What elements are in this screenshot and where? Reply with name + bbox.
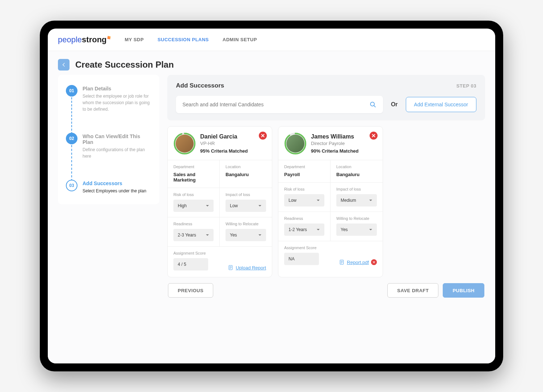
search-input[interactable]	[182, 102, 369, 107]
add-external-successor-button[interactable]: Add External Successor	[406, 97, 476, 112]
close-icon	[372, 134, 375, 137]
step-indicator: STEP 03	[456, 83, 476, 89]
field-label: Department	[284, 165, 324, 169]
avatar	[176, 135, 194, 153]
field-label: Readiness	[284, 216, 324, 221]
relocate-select[interactable]: Yes	[226, 229, 266, 241]
logo-accent-icon	[107, 36, 110, 39]
avatar-progress-ring	[284, 132, 307, 155]
readiness-select[interactable]: 1-2 Years	[284, 223, 324, 236]
impact-of-loss-select[interactable]: Medium	[336, 194, 377, 206]
successor-role: Director Payrole	[311, 141, 359, 146]
impact-of-loss-select[interactable]: Low	[226, 200, 266, 212]
field-label: Risk of loss	[284, 187, 324, 191]
field-label: Location	[226, 165, 266, 169]
location-value: Bangaluru	[336, 172, 377, 177]
chevron-down-icon	[316, 199, 320, 202]
main-column: Add Successors STEP 03 Or Add External S…	[167, 75, 485, 353]
page-header: Create Succession Plan	[48, 51, 495, 75]
location-value: Bangaluru	[226, 172, 266, 177]
publish-button[interactable]: PUBLISH	[443, 283, 484, 298]
criteria-match: 90% Criteria Matched	[311, 148, 359, 154]
step-number: 03	[66, 180, 77, 191]
close-icon	[372, 261, 375, 264]
chevron-down-icon	[258, 233, 262, 237]
topbar: peoplestrong MY SDP SUCCESSION PLANS ADM…	[48, 29, 495, 51]
risk-of-loss-select[interactable]: High	[173, 200, 214, 212]
chevron-down-icon	[369, 228, 372, 231]
assignment-score-input[interactable]: NA	[284, 253, 319, 265]
successor-card: James Williams Director Payrole 90% Crit…	[278, 126, 383, 277]
remove-file-button[interactable]	[371, 259, 377, 265]
chevron-down-icon	[369, 199, 372, 202]
successor-name: Daniel Garcia	[200, 133, 248, 140]
step-title: Who Can View/Edit This Plan	[83, 133, 151, 145]
search-icon[interactable]	[369, 101, 376, 108]
criteria-match: 95% Criteria Matched	[200, 148, 248, 154]
upload-report-link[interactable]: Upload Report	[228, 265, 266, 270]
page-body: Create Succession Plan 01 Plan Details S…	[48, 51, 495, 363]
field-label: Assignment Score	[284, 246, 319, 250]
assignment-score-input[interactable]: 4 / 5	[173, 258, 208, 270]
successor-card: Daniel Garcia VP-HR 95% Criteria Matched…	[167, 126, 272, 277]
search-internal-candidates[interactable]	[176, 96, 383, 113]
field-label: Impact of loss	[226, 192, 266, 197]
report-file-link[interactable]: Report.pdf	[339, 259, 377, 265]
back-button[interactable]	[58, 59, 70, 71]
save-draft-button[interactable]: SAVE DRAFT	[387, 283, 438, 298]
screen: peoplestrong MY SDP SUCCESSION PLANS ADM…	[48, 29, 495, 363]
main-nav: MY SDP SUCCESSION PLANS ADMIN SETUP	[125, 37, 257, 42]
avatar-progress-ring	[173, 132, 196, 155]
remove-successor-button[interactable]	[370, 132, 378, 140]
chevron-down-icon	[206, 204, 209, 208]
field-label: Department	[173, 165, 214, 169]
chevron-down-icon	[258, 204, 262, 208]
document-icon	[339, 259, 345, 265]
step-plan-details[interactable]: 01 Plan Details Select the employee or j…	[66, 85, 151, 133]
step-who-can-view[interactable]: 02 Who Can View/Edit This Plan Define co…	[66, 133, 151, 180]
nav-my-sdp[interactable]: MY SDP	[125, 37, 144, 42]
department-value: Payroll	[284, 172, 324, 177]
step-number: 01	[66, 85, 77, 97]
department-value: Sales and Marketing	[173, 172, 214, 183]
field-label: Assignment Score	[173, 251, 208, 255]
tablet-frame: peoplestrong MY SDP SUCCESSION PLANS ADM…	[40, 21, 503, 371]
steps-panel: 01 Plan Details Select the employee or j…	[58, 75, 159, 204]
avatar	[286, 135, 304, 153]
field-label: Risk of loss	[173, 192, 214, 197]
content-row: 01 Plan Details Select the employee or j…	[48, 75, 495, 363]
successor-name: James Williams	[311, 133, 359, 140]
step-desc: Define configurations of the plan here	[83, 146, 151, 159]
previous-button[interactable]: PREVIOUS	[168, 283, 213, 298]
add-successors-panel: Add Successors STEP 03 Or Add External S…	[167, 75, 485, 120]
field-label: Willing to Relocate	[226, 222, 266, 226]
close-icon	[261, 134, 265, 137]
chevron-down-icon	[206, 233, 209, 237]
step-desc: Select Employees under the plan	[83, 188, 146, 194]
action-bar: PREVIOUS SAVE DRAFT PUBLISH	[167, 283, 485, 298]
relocate-select[interactable]: Yes	[336, 223, 377, 236]
field-label: Willing to Relocate	[336, 216, 377, 221]
nav-admin-setup[interactable]: ADMIN SETUP	[223, 37, 257, 42]
field-label: Readiness	[173, 222, 214, 226]
field-label: Location	[336, 165, 377, 169]
step-title: Plan Details	[83, 86, 151, 91]
successor-cards: Daniel Garcia VP-HR 95% Criteria Matched…	[167, 126, 485, 277]
step-add-successors[interactable]: 03 Add Successors Select Employees under…	[66, 180, 151, 194]
nav-succession-plans[interactable]: SUCCESSION PLANS	[157, 37, 209, 42]
readiness-select[interactable]: 2-3 Years	[173, 229, 214, 241]
step-title: Add Successors	[83, 180, 146, 186]
document-icon	[228, 265, 233, 270]
step-desc: Select the employee or job role for whom…	[83, 93, 151, 112]
step-number: 02	[66, 133, 77, 144]
risk-of-loss-select[interactable]: Low	[284, 194, 324, 206]
remove-successor-button[interactable]	[259, 132, 267, 140]
or-separator: Or	[391, 101, 398, 108]
svg-line-1	[374, 106, 376, 107]
brand-logo: peoplestrong	[58, 35, 110, 44]
field-label: Impact of loss	[336, 187, 377, 191]
chevron-down-icon	[316, 228, 320, 231]
successor-role: VP-HR	[200, 141, 248, 146]
page-title: Create Succession Plan	[75, 60, 174, 70]
arrow-left-icon	[61, 62, 67, 68]
